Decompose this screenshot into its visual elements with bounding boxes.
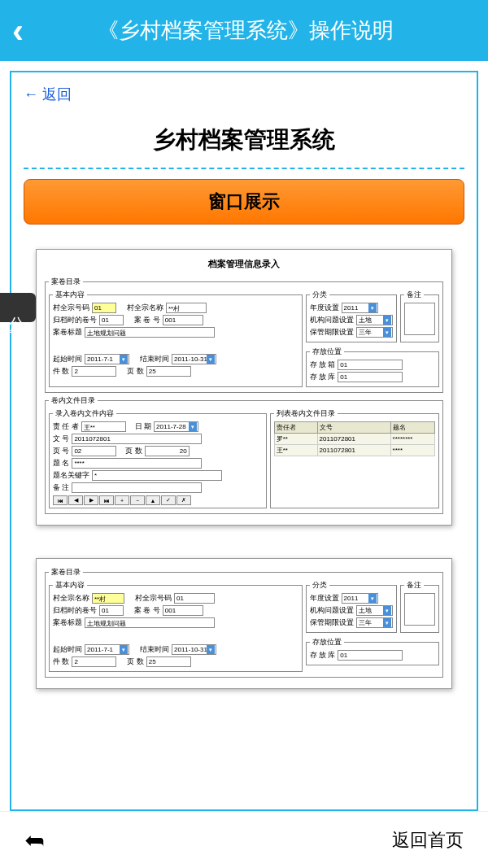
share-tab[interactable]: 分享 [0, 293, 36, 322]
village-name-input[interactable]: **村 [166, 303, 207, 313]
dashed-divider [24, 168, 464, 169]
end-date-select-2[interactable]: 2011-10-31 [172, 644, 216, 655]
box-label: 存 放 箱 [310, 360, 336, 370]
legend-category: 分类 [310, 290, 329, 300]
year-label: 年度设置 [310, 303, 339, 313]
term-select-2[interactable]: 三年 [356, 617, 393, 628]
date-label: 日 期 [135, 422, 151, 432]
village-code-label: 村全宗号码 [53, 303, 89, 313]
start-label-2: 起始时间 [53, 645, 82, 655]
term-select[interactable]: 三年 [356, 327, 393, 338]
org-select-2[interactable]: 土地 [356, 605, 393, 616]
nav-next-icon[interactable]: ▶ [84, 495, 98, 505]
kw-input[interactable]: * [92, 470, 222, 481]
table-row[interactable]: 王**2011072801**** [274, 445, 434, 456]
pgcnt-label: 页 数 [125, 447, 142, 456]
pgno-input[interactable]: 02 [72, 446, 116, 456]
table-row[interactable]: 罗**2011072801******** [274, 434, 434, 445]
back-link[interactable]: ← 返回 [24, 85, 464, 104]
legend-basic-2: 基本内容 [53, 580, 87, 591]
fieldset-remark-2: 备注 [400, 580, 439, 633]
doc-input[interactable]: 2011072801 [72, 434, 202, 444]
date-select[interactable]: 2011-7-28 [154, 421, 198, 432]
count-label-2: 件 数 [53, 657, 69, 667]
nav-last-icon[interactable]: ⏭ [99, 495, 114, 505]
resp-input[interactable]: 王** [81, 421, 126, 432]
legend-remark-2: 备注 [404, 580, 424, 591]
year-label-2: 年度设置 [310, 594, 339, 604]
note-input[interactable] [72, 482, 202, 493]
count-input-2[interactable]: 2 [72, 656, 116, 667]
start-date-select-2[interactable]: 2011-7-1 [85, 644, 129, 655]
fieldset-storage-2: 存放位置 存 放 库01 [306, 637, 439, 665]
pages-input[interactable]: 25 [146, 366, 191, 377]
remark-textarea-2[interactable] [404, 593, 435, 626]
file-list-table: 责任者文号题名 罗**2011072801******** 王**2011072… [274, 421, 435, 456]
year-select[interactable]: 2011 [342, 303, 378, 313]
legend-basic: 基本内容 [53, 290, 87, 300]
pgno-label: 页 号 [53, 447, 69, 456]
home-link[interactable]: 返回首页 [392, 828, 464, 853]
box-input[interactable]: 01 [338, 360, 403, 370]
page-title: 乡村档案管理系统 [24, 124, 464, 155]
end-date-select[interactable]: 2011-10-31 [172, 354, 216, 364]
file-title-label: 案卷标题 [53, 328, 82, 338]
start-date-select[interactable]: 2011-7-1 [85, 354, 129, 364]
note-label: 备 注 [53, 483, 69, 493]
pages-input-2[interactable]: 25 [146, 656, 191, 667]
legend-storage-2: 存放位置 [310, 637, 344, 648]
file-title-input-2[interactable]: 土地规划问题 [85, 617, 215, 628]
header-title: 《乡村档案管理系统》操作说明 [56, 16, 476, 45]
nav-cancel-icon[interactable]: ✗ [176, 495, 191, 505]
remark-textarea[interactable] [404, 303, 435, 335]
org-label: 机构问题设置 [310, 316, 354, 325]
nav-save-icon[interactable]: ✓ [161, 495, 176, 505]
fieldset-basic-2: 基本内容 村全宗名称 **村 村全宗号码 01 归档时的卷号 01 案 卷 号 … [49, 580, 303, 672]
legend-storage: 存放位置 [310, 347, 344, 357]
term-label: 保管期限设置 [310, 328, 354, 338]
count-input[interactable]: 2 [72, 366, 116, 377]
app-header: ‹ 《乡村档案管理系统》操作说明 [0, 0, 488, 61]
village-code-label-2: 村全宗号码 [135, 594, 172, 604]
file-no-input-2[interactable]: 001 [163, 605, 203, 616]
store-input-2[interactable]: 01 [338, 650, 403, 661]
nav-edit-icon[interactable]: ▲ [146, 495, 160, 505]
fieldset-input-file: 录入卷内文件内容 责 任 者王**日 期2011-7-28 文 号2011072… [49, 408, 267, 508]
store-input[interactable]: 01 [338, 372, 403, 382]
nav-first-icon[interactable]: ⏮ [53, 495, 68, 505]
village-code-input[interactable]: 01 [92, 303, 116, 313]
archive-no-input-2[interactable]: 01 [99, 605, 124, 616]
name-label: 题 名 [53, 459, 69, 469]
reply-icon[interactable]: ➦ [24, 826, 45, 854]
archive-no-label-2: 归档时的卷号 [53, 606, 97, 616]
file-no-label: 案 卷 号 [134, 316, 160, 325]
resp-label: 责 任 者 [53, 422, 79, 432]
legend-catalog: 案卷目录 [49, 277, 83, 287]
file-no-label-2: 案 卷 号 [134, 606, 160, 616]
archive-no-label: 归档时的卷号 [53, 316, 97, 325]
file-no-input[interactable]: 001 [163, 315, 203, 325]
fieldset-filelist: 卷内文件目录 录入卷内文件内容 责 任 者王**日 期2011-7-28 文 号… [45, 395, 443, 514]
file-title-input[interactable]: 土地规划问题 [85, 327, 215, 338]
pages-label-2: 页 数 [127, 657, 143, 667]
pgcnt-input[interactable]: 20 [145, 446, 190, 456]
name-input[interactable]: **** [72, 458, 202, 469]
record-nav: ⏮ ◀ ▶ ⏭ + − ▲ ✓ ✗ [53, 495, 263, 505]
fieldset-storage: 存放位置 存 放 箱01 存 放 库01 [306, 347, 439, 387]
back-chevron-icon[interactable]: ‹ [12, 11, 24, 50]
legend-list: 列表卷内文件目录 [274, 408, 338, 419]
org-label-2: 机构问题设置 [310, 606, 354, 616]
nav-add-icon[interactable]: + [115, 495, 129, 505]
legend-input-file: 录入卷内文件内容 [53, 408, 116, 419]
nav-prev-icon[interactable]: ◀ [68, 495, 83, 505]
village-code-input-2[interactable]: 01 [174, 593, 215, 604]
org-select[interactable]: 土地 [356, 315, 393, 325]
store-label: 存 放 库 [310, 373, 336, 382]
nav-remove-icon[interactable]: − [130, 495, 145, 505]
fieldset-catalog-2: 案卷目录 基本内容 村全宗名称 **村 村全宗号码 01 归档时的卷号 01 案… [45, 567, 443, 678]
legend-category-2: 分类 [310, 580, 329, 591]
th-docno: 文号 [317, 422, 390, 434]
year-select-2[interactable]: 2011 [342, 593, 378, 604]
village-name-input-2[interactable]: **村 [92, 593, 124, 604]
archive-no-input[interactable]: 01 [99, 315, 124, 325]
